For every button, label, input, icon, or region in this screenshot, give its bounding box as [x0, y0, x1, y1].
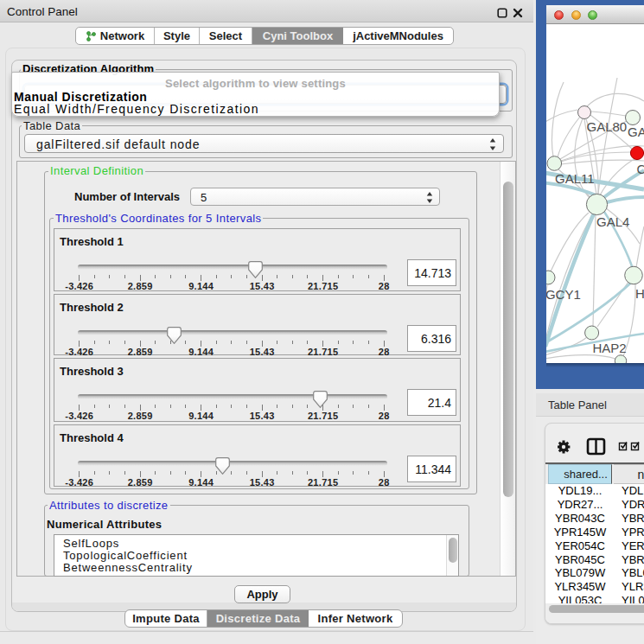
svg-text:H: H	[635, 286, 644, 301]
svg-text:GAL4: GAL4	[596, 214, 629, 229]
svg-text:GA: GA	[628, 124, 644, 139]
svg-text:GCY1: GCY1	[546, 287, 581, 302]
svg-text:C: C	[637, 162, 644, 176]
svg-text:GAL80: GAL80	[587, 119, 628, 134]
svg-text:HAP2: HAP2	[592, 341, 626, 355]
svg-text:GAL11: GAL11	[555, 171, 595, 186]
